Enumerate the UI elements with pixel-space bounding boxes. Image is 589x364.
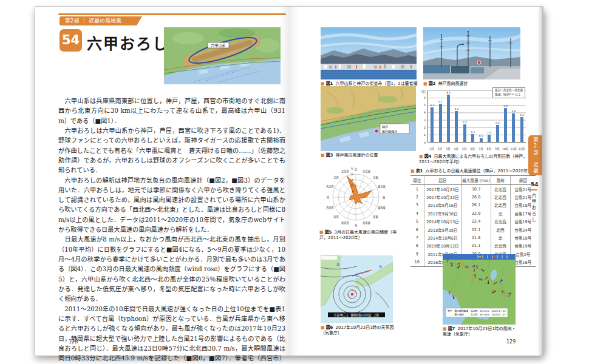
chapter-number-badge: 54: [60, 29, 82, 52]
svg-text:南西: 南西: [333, 215, 338, 219]
orange-square-marker: ■: [443, 326, 447, 331]
orange-square-marker: ■: [321, 325, 325, 330]
y-axis-labels: 7日6543210: [419, 86, 426, 152]
orange-square-marker: ■: [410, 169, 415, 174]
max-wind-ranking-table: 順位起日最大風速 (m/s)風向原因 12017年10月23日30.7北北西台風…: [410, 175, 536, 267]
bar-column: 2.4: [461, 90, 469, 142]
table-row: 42012年9月30日22.9北台風17号: [410, 209, 536, 217]
svg-text:北東: 北東: [373, 175, 378, 180]
bar-column: 0.5: [477, 90, 485, 142]
side-tab-dash: [531, 189, 537, 190]
table-row: 72014年10月6日21.8北台風18号: [410, 234, 536, 241]
svg-text:北北東: 北北東: [363, 169, 370, 174]
table-row: 82019年10月12日21.1北北西台風19号: [410, 242, 536, 250]
fig3-point-label-line2: 風向風速計: [382, 129, 397, 133]
fig7-info-line2: 最大風速 北北西 30.7m/s 10/23 0：57: [448, 313, 506, 316]
bar-column: 4.7: [428, 90, 436, 142]
table-row: 62018年9月30日22.1北西台風24号: [410, 226, 536, 234]
header-orange-rule: [58, 13, 286, 15]
svg-text:高: 高: [379, 265, 382, 269]
fig5-wind-rose: 北北北東北東東北東東東南東南東南南東南南南西南西西南西西西北西北西北北西％201…: [319, 166, 390, 229]
svg-text:西南西: 西南西: [326, 206, 334, 210]
side-tab-title: 六甲おろし: [530, 193, 537, 224]
photo-rokko-kobe-skyline: [321, 27, 417, 79]
rokko-locator-map: 六甲山系: [164, 27, 281, 84]
fig3-point-label-line1: 神戸: [382, 125, 388, 129]
svg-text:西: 西: [327, 196, 329, 200]
svg-text:西北西: 西北西: [326, 184, 334, 189]
table1-title: ■表1六甲おろしの日最大風速順位（神戸，2011〜2020年）: [410, 167, 536, 174]
svg-text:東北東: 東北東: [378, 184, 386, 189]
paragraph: 日最大風速が8 m/s以上，なおかつ風向が西北西〜北北東の風を抽出し，月別（10…: [58, 235, 285, 304]
fig6-surface-weather-map: 高高 午前3時ごろ 静岡県掛川市付近 上陸: [321, 255, 393, 323]
body-text: 六甲山系は兵庫県南東部に位置し，神戸，芦屋，西宮の市街地のすぐ北側に南西から北東…: [58, 96, 285, 364]
table-row: 52014年10月13日22.4北北西台風19号: [410, 218, 536, 226]
map-label: 六甲山系: [211, 43, 225, 48]
svg-text:％: ％: [351, 167, 353, 170]
side-tab-part: 第2部 近畿: [528, 135, 542, 175]
svg-text:10: 10: [350, 184, 354, 187]
fig7-caption: ■図72017年10月23日1時の風向・風速（気象庁）: [443, 326, 519, 338]
fig7-wind-obs-map: 神戸 最大瞬間風速 北北西 45.9m/s 10/23 0：33 最大風速 北北…: [443, 254, 516, 325]
chart-legend: 風向：西北西〜北北東 風速：毎秒8 m 以上: [492, 87, 525, 98]
orange-square-marker: ■: [321, 81, 325, 86]
page-number-right: 129: [506, 339, 516, 345]
table-row: 32013年9月16日26.1北北西台風18号: [410, 201, 536, 209]
part-badge: 第2部 ｜ 近畿の局地風: [60, 16, 142, 25]
side-tab-number: 54: [531, 181, 539, 187]
bar-column: 6.4: [444, 90, 452, 142]
fig6-landfall-strip: 午前3時ごろ 静岡県掛川市付近 上陸: [334, 313, 379, 317]
svg-text:北北西: 北北西: [341, 169, 349, 174]
fig7-info-line1: 神戸 最大瞬間風速 北北西 45.9m/s 10/23 0：33: [448, 309, 506, 312]
bar-column: 1.1: [469, 90, 477, 142]
fig6-caption: ■図62017年10月23日3時の天気図（気象庁）: [321, 325, 396, 337]
bar-column: 4.2: [452, 90, 460, 142]
svg-text:15: 15: [350, 178, 354, 181]
orange-square-marker: ■: [319, 230, 324, 235]
fig3-anemometer-location-map: 神戸 風向風速計: [321, 86, 416, 151]
paragraph: 六甲おろしの解析は神戸地方気象台の風向風速計（■図2，■図3）のデータを用いた．…: [58, 176, 285, 235]
table1-block: ■表1六甲おろしの日最大風速順位（神戸，2011〜2020年） 順位起日最大風速…: [410, 167, 536, 267]
table-row: 12017年10月23日30.7北北西台風21号: [410, 185, 536, 194]
x-axis-labels: 1月2月3月4月5月6月7月8月9月10月11月12月: [427, 147, 526, 150]
book-spread: 第2部 ｜ 近畿の局地風 54 六甲おろし 六甲山系 六甲山系は兵庫県南東部に位…: [35, 6, 543, 356]
svg-text:東南東: 東南東: [378, 206, 386, 210]
svg-text:北西: 北西: [333, 175, 338, 180]
paragraph: 六甲おろしは六甲山系から神戸，芦屋，西宮に吹き下ろす風のことである1)．野球ファ…: [58, 126, 285, 176]
paragraph: 六甲山系は兵庫県南東部に位置し，神戸，芦屋，西宮の市街地のすぐ北側に南西から北東…: [58, 96, 285, 126]
fig5-caption: ■図53月の日最大風速の風向頻度（神戸，2011〜2020年）: [319, 230, 404, 241]
photo-kobe-anemometer: [423, 27, 520, 79]
paragraph: 2011〜2020年の10年間で日最大風速が強くなった日の上位10位までを■表1…: [58, 305, 285, 364]
table-row: 22017年10月22日28.6北北西台風21号: [410, 193, 536, 201]
fig4-monthly-days-bar-chart: 7日6543210 4.75.26.44.22.41.10.51.02.34.6…: [419, 86, 527, 152]
page-title: 六甲おろし: [87, 32, 169, 53]
orange-square-marker: ■: [321, 153, 325, 158]
bar-plot-area: 4.75.26.44.22.41.10.51.02.34.63.93.4: [427, 90, 526, 143]
page-number-left: 128: [69, 339, 78, 345]
svg-text:北: 北: [355, 167, 358, 172]
svg-text:東: 東: [383, 195, 386, 200]
orange-square-marker: ■: [419, 154, 423, 159]
table-header-row: 順位起日最大風速 (m/s)風向原因: [410, 176, 536, 185]
svg-text:20: 20: [350, 173, 354, 176]
bar-column: 5.2: [436, 90, 444, 142]
svg-text:南: 南: [355, 223, 357, 227]
svg-text:南南東: 南南東: [363, 221, 370, 225]
svg-text:南南西: 南南西: [341, 221, 349, 225]
svg-text:高: 高: [336, 262, 339, 266]
fig4-caption: ■図4日最大風速による六甲おろしの月別日数（神戸，2011〜2020年平均）: [419, 154, 532, 166]
svg-text:南東: 南東: [373, 215, 378, 219]
fig3-caption: ■図3神戸風向風速計の位置: [321, 153, 418, 158]
